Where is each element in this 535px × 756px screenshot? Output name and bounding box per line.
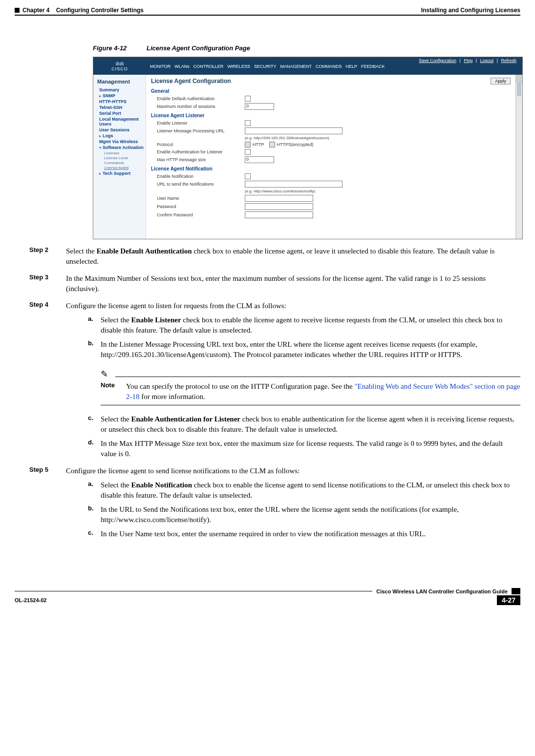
sidebar-sub-licenses[interactable]: Licenses xyxy=(104,151,144,155)
sidebar-item-local-users[interactable]: Local Management Users xyxy=(99,117,144,126)
step-4d: d. In the Max HTTP Message Size text box… xyxy=(88,439,520,459)
step-5: Step 5 Configure the license agent to se… xyxy=(29,466,520,476)
sidebar-item-serial[interactable]: Serial Port xyxy=(99,111,144,116)
ping-link[interactable]: Ping xyxy=(464,58,472,63)
input-notify-url[interactable] xyxy=(245,181,342,188)
menu-security[interactable]: SECURITY xyxy=(254,64,277,69)
input-listener-url[interactable] xyxy=(245,127,342,134)
section-notification: License Agent Notification xyxy=(151,166,517,171)
step-4c: c. Select the Enable Authentication for … xyxy=(88,414,520,435)
chapter-label: Chapter 4 Configuring Controller Setting… xyxy=(22,7,144,14)
sidebar-item-sessions[interactable]: User Sessions xyxy=(99,127,144,132)
note-pencil-icon: ✎ xyxy=(101,369,115,379)
step-5c: c. In the User Name text box, enter the … xyxy=(88,529,520,539)
refresh-link[interactable]: Refresh xyxy=(501,58,516,63)
section-general: General xyxy=(151,88,517,94)
checkbox-enable-listener[interactable] xyxy=(245,120,251,126)
menu-help[interactable]: HELP xyxy=(345,64,357,69)
checkbox-enable-notification[interactable] xyxy=(245,173,251,179)
scrollbar[interactable] xyxy=(515,75,522,239)
step-3: Step 3 In the Maximum Number of Sessions… xyxy=(29,273,520,294)
footer-page-number: 4-27 xyxy=(497,595,520,605)
label-enable-listener: Enable Listener xyxy=(157,121,245,126)
menu-commands[interactable]: COMMANDS xyxy=(316,64,342,69)
step-5c-letter: c. xyxy=(88,529,101,539)
label-notify-url: URL to send the Notifications xyxy=(157,182,245,187)
page-footer: Cisco Wireless LAN Controller Configurat… xyxy=(15,588,520,605)
note-block: ✎ Note You can specify the protocol to u… xyxy=(101,369,520,405)
main-panel: License Agent Configuration Apply Genera… xyxy=(146,75,522,239)
checkbox-enable-auth-listener[interactable] xyxy=(245,149,251,155)
apply-button[interactable]: Apply xyxy=(491,78,511,84)
sidebar-item-snmp[interactable]: SNMP xyxy=(99,93,144,98)
label-password: Password xyxy=(157,204,245,209)
menubar: MONITOR WLANs CONTROLLER WIRELESS SECURI… xyxy=(146,63,522,71)
step-4a-text: Select the Enable Listener check box to … xyxy=(101,315,520,336)
sidebar: Management Summary SNMP HTTP-HTTPS Telne… xyxy=(93,75,146,239)
sidebar-item-tech-support[interactable]: Tech Support xyxy=(99,171,144,176)
input-max-sessions[interactable]: 0 xyxy=(245,103,274,110)
sidebar-item-telnet[interactable]: Telnet-SSH xyxy=(99,105,144,110)
sidebar-sub-license-level[interactable]: License Level xyxy=(104,156,144,160)
label-enable-notification: Enable Notification xyxy=(157,174,245,179)
label-max-sessions: Maximum number of sessions xyxy=(157,104,245,109)
label-http: HTTP xyxy=(253,142,264,147)
menu-wlans[interactable]: WLANs xyxy=(174,64,190,69)
sidebar-item-mgmt-wireless[interactable]: Mgmt Via Wireless xyxy=(99,139,144,144)
section-label: Installing and Configuring Licenses xyxy=(421,7,520,14)
step-2-text: Select the Enable Default Authentication… xyxy=(66,246,520,267)
input-max-http-size[interactable]: 0 xyxy=(245,156,274,163)
note-label: Note xyxy=(101,381,126,402)
menu-controller[interactable]: CONTROLLER xyxy=(193,64,224,69)
step-4d-letter: d. xyxy=(88,439,101,459)
sidebar-item-logs[interactable]: Logs xyxy=(99,133,144,138)
step-5b-text: In the URL to Send the Notifications tex… xyxy=(101,504,520,525)
sidebar-item-http[interactable]: HTTP-HTTPS xyxy=(99,99,144,104)
input-confirm-password[interactable] xyxy=(245,211,313,218)
top-links: Save Configuration | Ping | Logout | Ref… xyxy=(146,57,522,63)
sidebar-item-summary[interactable]: Summary xyxy=(99,87,144,92)
label-protocol: Protocol xyxy=(157,142,245,147)
input-password[interactable] xyxy=(245,203,313,210)
step-5a-text: Select the Enable Notification check box… xyxy=(101,480,520,501)
footer-square-icon xyxy=(512,588,520,594)
step-4b-letter: b. xyxy=(88,339,101,360)
save-config-link[interactable]: Save Configuration xyxy=(419,58,456,63)
sidebar-sub-license-agent[interactable]: License Agent xyxy=(104,166,144,170)
step-5b-letter: b. xyxy=(88,504,101,525)
menu-monitor[interactable]: MONITOR xyxy=(150,64,171,69)
checkbox-https[interactable] xyxy=(269,142,275,147)
label-confirm-password: Confirm Password xyxy=(157,212,245,217)
step-4: Step 4 Configure the license agent to li… xyxy=(29,301,520,311)
footer-ol: OL-21524-02 xyxy=(15,597,497,603)
step-2-num: Step 2 xyxy=(29,246,66,267)
cisco-logo: ılıılı CISCO xyxy=(93,57,146,75)
label-listener-url: Listener Message Processing URL xyxy=(157,128,245,133)
checkbox-enable-default-auth[interactable] xyxy=(245,96,251,102)
step-5c-text: In the User Name text box, enter the use… xyxy=(101,529,426,539)
checkbox-http[interactable] xyxy=(245,142,251,147)
logout-link[interactable]: Logout xyxy=(480,58,494,63)
step-4-text: Configure the license agent to listen fo… xyxy=(66,301,286,311)
hint-notify-url: (e.g. http://www.cisco.com/license/notif… xyxy=(245,189,517,193)
menu-feedback[interactable]: FEEDBACK xyxy=(361,64,385,69)
sidebar-item-software-activation[interactable]: Software Activation xyxy=(99,145,144,150)
page-header: Chapter 4 Configuring Controller Setting… xyxy=(15,7,520,16)
panel-title: License Agent Configuration xyxy=(151,78,517,84)
step-5b: b. In the URL to Send the Notifications … xyxy=(88,504,520,525)
sidebar-sub-commands[interactable]: Commands xyxy=(104,161,144,165)
label-enable-default-auth: Enable Default Authentication xyxy=(157,96,245,101)
step-4a-letter: a. xyxy=(88,315,101,336)
footer-guide-title: Cisco Wireless LAN Controller Configurat… xyxy=(372,588,512,594)
menu-wireless[interactable]: WIRELESS xyxy=(227,64,250,69)
input-user-name[interactable] xyxy=(245,195,313,202)
screenshot-figure: ılıılı CISCO Save Configuration | Ping |… xyxy=(93,57,523,239)
step-4b-text: In the Listener Message Processing URL t… xyxy=(101,339,520,360)
step-5-text: Configure the license agent to send lice… xyxy=(66,466,300,476)
label-https: HTTPS(encrypted) xyxy=(277,142,314,147)
sidebar-heading: Management xyxy=(97,79,144,84)
step-4c-letter: c. xyxy=(88,414,101,435)
label-enable-auth-listener: Enable Authentication for Listener xyxy=(157,149,245,154)
figure-caption: Figure 4-12License Agent Configuration P… xyxy=(93,44,520,52)
menu-management[interactable]: MANAGEMENT xyxy=(280,64,312,69)
